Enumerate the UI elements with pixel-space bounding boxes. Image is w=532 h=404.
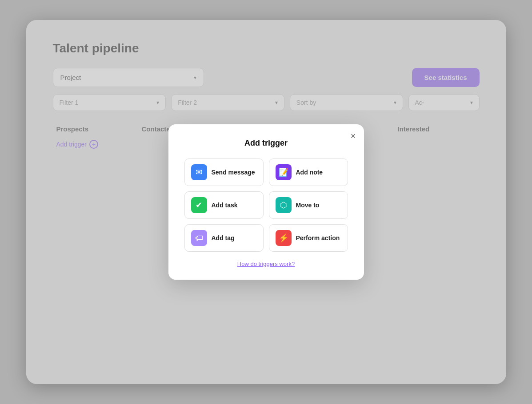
add-note-icon: 📝	[276, 164, 292, 180]
add-tag-icon: 🏷	[191, 230, 207, 246]
trigger-move-to[interactable]: ⬡ Move to	[269, 191, 348, 219]
trigger-perform-action[interactable]: ⚡ Perform action	[269, 224, 348, 252]
perform-action-label: Perform action	[296, 234, 340, 242]
perform-action-icon: ⚡	[276, 230, 292, 246]
modal-close-button[interactable]: ×	[351, 131, 356, 140]
app-frame: Talent pipeline Project ▾ See statistics…	[26, 20, 506, 384]
modal-backdrop: × Add trigger ✉ Send message 📝 Add note …	[26, 20, 506, 384]
add-task-icon: ✔	[191, 197, 207, 213]
trigger-send-message[interactable]: ✉ Send message	[184, 158, 264, 186]
send-message-icon: ✉	[191, 164, 207, 180]
how-triggers-work-link[interactable]: How do triggers work?	[184, 261, 348, 267]
add-note-label: Add note	[296, 169, 323, 176]
add-tag-label: Add tag	[212, 234, 235, 242]
trigger-grid: ✉ Send message 📝 Add note ✔ Add task ⬡ M…	[184, 158, 348, 252]
move-to-icon: ⬡	[276, 197, 292, 213]
trigger-add-note[interactable]: 📝 Add note	[269, 158, 348, 186]
send-message-label: Send message	[212, 169, 255, 176]
trigger-add-task[interactable]: ✔ Add task	[184, 191, 264, 219]
add-task-label: Add task	[212, 202, 238, 209]
trigger-add-tag[interactable]: 🏷 Add tag	[184, 224, 264, 252]
modal-title: Add trigger	[184, 139, 348, 148]
move-to-label: Move to	[296, 202, 320, 209]
add-trigger-modal: × Add trigger ✉ Send message 📝 Add note …	[168, 124, 364, 280]
